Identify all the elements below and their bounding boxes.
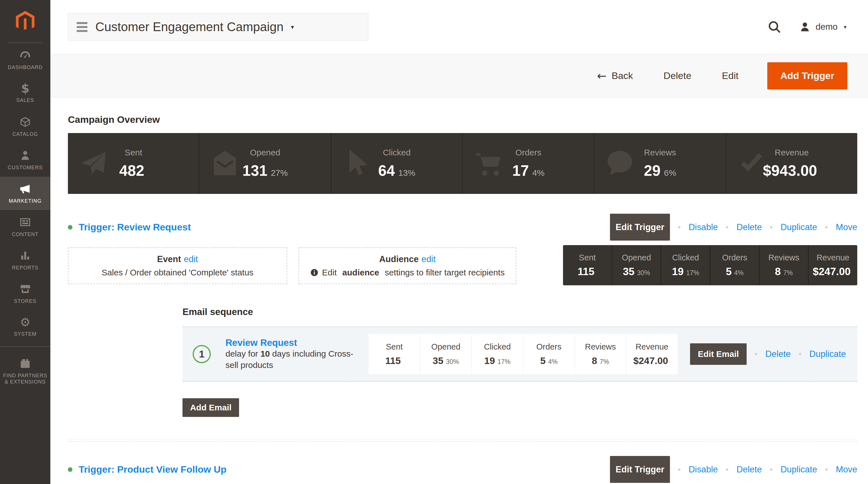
campaign-overview-stats: Sent 482 Opened 13127% Clicked 6413% bbox=[68, 133, 857, 194]
back-button[interactable]: ← Back bbox=[595, 70, 634, 82]
email-row: 1 Review Request delay for 10 days inclu… bbox=[183, 326, 857, 382]
stat-value: 64 bbox=[378, 162, 395, 179]
trigger-title: Trigger: Review Request bbox=[68, 222, 191, 233]
megaphone-icon bbox=[19, 182, 31, 195]
duplicate-link[interactable]: Duplicate bbox=[781, 464, 817, 475]
dashboard-icon bbox=[19, 49, 31, 62]
duplicate-link[interactable]: Duplicate bbox=[781, 222, 817, 232]
gear-icon: ⚙ bbox=[20, 316, 31, 328]
sidebar-item-label: STORES bbox=[12, 298, 38, 305]
back-arrow-icon: ← bbox=[597, 70, 607, 82]
cart-icon bbox=[474, 148, 503, 179]
sidebar-item-label: CONTENT bbox=[10, 231, 40, 238]
sidebar-item-label: SYSTEM bbox=[12, 331, 38, 337]
audience-edit-link[interactable]: edit bbox=[422, 254, 436, 264]
storefront-icon bbox=[19, 282, 31, 296]
content-icon bbox=[19, 216, 31, 229]
disable-link[interactable]: Disable bbox=[689, 464, 718, 475]
edit-button[interactable]: Edit bbox=[720, 70, 740, 82]
trigger-title: Trigger: Product View Follow Up bbox=[68, 464, 227, 475]
email-stat-sent: Sent 115 bbox=[369, 334, 420, 374]
event-label: Eventedit bbox=[157, 254, 198, 264]
page-title-dropdown[interactable]: Customer Engagement Campaign ▾ bbox=[68, 13, 368, 41]
sidebar-item-marketing[interactable]: MARKETING bbox=[0, 177, 50, 210]
dot-separator bbox=[726, 226, 728, 229]
user-menu[interactable]: demo ▾ bbox=[799, 21, 846, 33]
chevron-down-icon: ▾ bbox=[844, 24, 846, 30]
email-stat-clicked: Clicked 1917% bbox=[471, 334, 523, 374]
sidebar-item-stores[interactable]: STORES bbox=[0, 277, 50, 310]
email-stat-opened: Opened 3530% bbox=[420, 334, 471, 374]
dot-separator bbox=[755, 353, 757, 355]
stat-pct: 4% bbox=[532, 168, 544, 178]
email-stat-reviews: Reviews 87% bbox=[575, 334, 626, 374]
disable-link[interactable]: Disable bbox=[689, 222, 718, 232]
event-description: Sales / Order obtained 'Complete' status bbox=[101, 268, 253, 277]
dollar-icon: $ bbox=[21, 83, 29, 94]
trigger-actions: Edit Trigger Disable Delete Duplicate Mo… bbox=[610, 214, 857, 241]
magento-logo[interactable] bbox=[0, 0, 50, 43]
status-dot-icon bbox=[68, 467, 72, 472]
stat-value: $943.00 bbox=[763, 162, 817, 179]
sidebar-item-customers[interactable]: CUSTOMERS bbox=[0, 143, 50, 177]
email-step-number: 1 bbox=[193, 345, 211, 363]
dot-separator bbox=[825, 468, 828, 471]
brick-icon bbox=[19, 357, 31, 370]
trigger-actions: Edit Trigger Disable Delete Duplicate Mo… bbox=[610, 456, 857, 483]
add-trigger-button[interactable]: Add Trigger bbox=[767, 62, 847, 89]
sidebar-item-reports[interactable]: REPORTS bbox=[0, 243, 50, 277]
overview-stat-revenue: Revenue $943.00 bbox=[726, 133, 857, 194]
email-duplicate-link[interactable]: Duplicate bbox=[809, 349, 846, 359]
email-delete-link[interactable]: Delete bbox=[765, 349, 791, 359]
main-panel: Customer Engagement Campaign ▾ demo ▾ ← … bbox=[50, 0, 868, 484]
delete-link[interactable]: Delete bbox=[737, 222, 762, 232]
magento-logo-icon bbox=[14, 9, 36, 34]
sidebar-item-label: REPORTS bbox=[10, 265, 40, 271]
campaign-overview-heading: Campaign Overview bbox=[68, 114, 857, 125]
trigger-product-view-header: Trigger: Product View Follow Up Edit Tri… bbox=[68, 456, 857, 483]
email-title-link[interactable]: Review Request bbox=[225, 337, 362, 348]
dot-separator bbox=[770, 226, 772, 229]
page-header: Customer Engagement Campaign ▾ demo ▾ bbox=[50, 0, 868, 54]
search-icon[interactable] bbox=[767, 20, 782, 34]
trigger-stat-revenue: Revenue $247.00 bbox=[808, 245, 857, 285]
user-icon bbox=[799, 21, 811, 33]
add-email-button[interactable]: Add Email bbox=[183, 398, 239, 417]
dot-separator bbox=[726, 468, 728, 471]
sidebar-item-sales[interactable]: $ SALES bbox=[0, 77, 50, 110]
trigger-product-view-link[interactable]: Trigger: Product View Follow Up bbox=[79, 464, 227, 475]
audience-label: Audienceedit bbox=[379, 254, 436, 264]
dot-separator bbox=[770, 468, 772, 471]
sidebar-item-catalog[interactable]: CATALOG bbox=[0, 110, 50, 143]
sidebar-item-find-partners[interactable]: FIND PARTNERS & EXTENSIONS bbox=[0, 346, 50, 395]
trigger-review-request-link[interactable]: Trigger: Review Request bbox=[79, 222, 191, 233]
delete-link[interactable]: Delete bbox=[737, 464, 762, 475]
trigger-stats-table: Sent 115 Opened 3530% Clicked 1917% Orde… bbox=[563, 245, 857, 285]
sidebar-item-dashboard[interactable]: DASHBOARD bbox=[0, 43, 50, 77]
event-edit-link[interactable]: edit bbox=[184, 254, 198, 264]
overview-stat-opened: Opened 13127% bbox=[199, 133, 331, 194]
sidebar-item-label: DASHBOARD bbox=[6, 64, 44, 71]
dot-separator bbox=[799, 353, 801, 355]
move-link[interactable]: Move bbox=[836, 222, 857, 232]
section-divider bbox=[68, 440, 857, 442]
status-dot-icon bbox=[68, 225, 72, 230]
trigger-stat-opened: Opened 3530% bbox=[612, 245, 661, 285]
edit-trigger-button[interactable]: Edit Trigger bbox=[610, 456, 670, 483]
edit-trigger-button[interactable]: Edit Trigger bbox=[610, 214, 670, 241]
box-icon bbox=[19, 116, 31, 128]
dot-separator bbox=[825, 226, 828, 229]
action-bar: ← Back Delete Edit Add Trigger bbox=[50, 54, 868, 98]
edit-email-button[interactable]: Edit Email bbox=[690, 343, 747, 365]
stat-value: 29 bbox=[644, 162, 661, 179]
sidebar-item-system[interactable]: ⚙ SYSTEM bbox=[0, 310, 50, 343]
trigger-review-request-body: Eventedit Sales / Order obtained 'Comple… bbox=[68, 245, 857, 285]
sidebar-item-label: MARKETING bbox=[7, 198, 43, 204]
email-info: Review Request delay for 10 days includi… bbox=[225, 337, 362, 371]
trigger-stat-orders: Orders 54% bbox=[710, 245, 759, 285]
sidebar-item-content[interactable]: CONTENT bbox=[0, 210, 50, 243]
delete-button[interactable]: Delete bbox=[662, 70, 693, 82]
move-link[interactable]: Move bbox=[836, 464, 857, 475]
hamburger-icon bbox=[77, 22, 87, 32]
email-stat-revenue: Revenue $247.00 bbox=[626, 334, 678, 374]
